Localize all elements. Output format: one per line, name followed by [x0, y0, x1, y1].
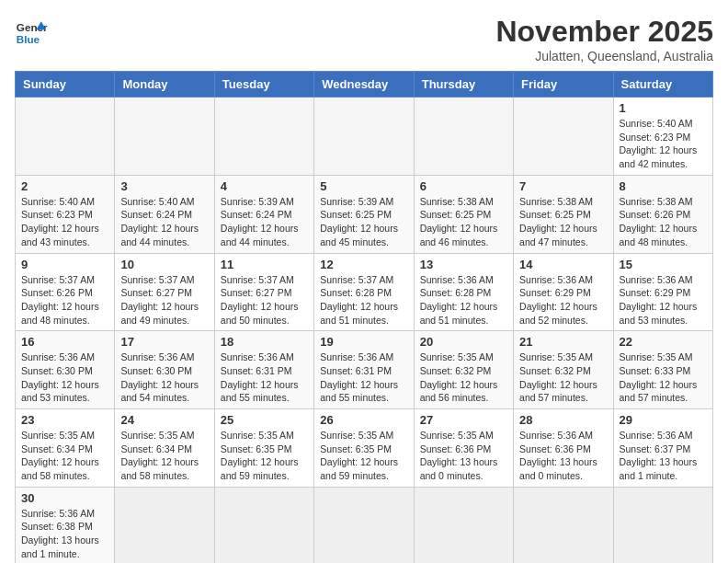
calendar-cell: 3Sunrise: 5:40 AMSunset: 6:24 PMDaylight…	[115, 175, 214, 253]
calendar-cell: 25Sunrise: 5:35 AMSunset: 6:35 PMDayligh…	[214, 409, 313, 488]
day-info: Sunrise: 5:38 AMSunset: 6:25 PMDaylight:…	[420, 195, 507, 249]
calendar-cell: 17Sunrise: 5:36 AMSunset: 6:30 PMDayligh…	[115, 331, 214, 409]
calendar-cell	[613, 487, 712, 563]
day-number: 15	[620, 258, 707, 271]
day-info: Sunrise: 5:38 AMSunset: 6:25 PMDaylight:…	[519, 195, 607, 249]
calendar-cell: 29Sunrise: 5:36 AMSunset: 6:37 PMDayligh…	[613, 409, 712, 488]
day-number: 13	[420, 258, 507, 271]
day-info: Sunrise: 5:35 AMSunset: 6:32 PMDaylight:…	[519, 350, 607, 405]
calendar-cell	[414, 98, 513, 176]
calendar-cell: 1Sunrise: 5:40 AMSunset: 6:23 PMDaylight…	[613, 98, 712, 176]
day-info: Sunrise: 5:36 AMSunset: 6:29 PMDaylight:…	[519, 273, 607, 327]
day-info: Sunrise: 5:35 AMSunset: 6:33 PMDaylight:…	[620, 350, 707, 405]
day-number: 28	[519, 413, 607, 427]
calendar-cell: 5Sunrise: 5:39 AMSunset: 6:25 PMDaylight…	[314, 175, 414, 253]
calendar-cell: 11Sunrise: 5:37 AMSunset: 6:27 PMDayligh…	[214, 253, 313, 331]
weekday-header-monday: Monday	[115, 72, 214, 98]
day-number: 5	[320, 179, 407, 193]
day-number: 18	[221, 335, 308, 349]
weekday-header-tuesday: Tuesday	[214, 72, 313, 98]
day-info: Sunrise: 5:35 AMSunset: 6:36 PMDaylight:…	[420, 429, 507, 483]
calendar-cell	[514, 487, 613, 563]
day-info: Sunrise: 5:37 AMSunset: 6:26 PMDaylight:…	[21, 273, 108, 327]
weekday-header-saturday: Saturday	[613, 72, 712, 98]
day-number: 14	[519, 258, 607, 271]
calendar-cell: 23Sunrise: 5:35 AMSunset: 6:34 PMDayligh…	[16, 409, 115, 488]
day-number: 20	[420, 335, 507, 349]
calendar-cell: 12Sunrise: 5:37 AMSunset: 6:28 PMDayligh…	[314, 253, 414, 331]
logo: General Blue	[15, 15, 48, 48]
calendar-cell: 21Sunrise: 5:35 AMSunset: 6:32 PMDayligh…	[514, 331, 613, 409]
day-number: 8	[620, 179, 707, 193]
day-number: 21	[519, 335, 607, 349]
calendar-cell	[115, 98, 214, 176]
calendar-cell	[414, 487, 513, 563]
calendar-cell: 24Sunrise: 5:35 AMSunset: 6:34 PMDayligh…	[115, 409, 214, 488]
calendar-cell: 15Sunrise: 5:36 AMSunset: 6:29 PMDayligh…	[613, 253, 712, 331]
calendar-cell: 4Sunrise: 5:39 AMSunset: 6:24 PMDaylight…	[214, 175, 313, 253]
logo-icon: General Blue	[15, 15, 48, 48]
calendar-week-3: 9Sunrise: 5:37 AMSunset: 6:26 PMDaylight…	[16, 253, 713, 331]
day-info: Sunrise: 5:35 AMSunset: 6:35 PMDaylight:…	[221, 429, 308, 483]
day-number: 26	[320, 413, 407, 427]
day-info: Sunrise: 5:36 AMSunset: 6:38 PMDaylight:…	[21, 507, 108, 561]
calendar-week-4: 16Sunrise: 5:36 AMSunset: 6:30 PMDayligh…	[16, 331, 713, 409]
day-info: Sunrise: 5:39 AMSunset: 6:24 PMDaylight:…	[221, 195, 308, 249]
day-number: 23	[21, 413, 108, 427]
day-number: 29	[620, 413, 707, 427]
calendar-cell: 7Sunrise: 5:38 AMSunset: 6:25 PMDaylight…	[514, 175, 613, 253]
day-number: 25	[221, 413, 308, 427]
calendar-cell: 9Sunrise: 5:37 AMSunset: 6:26 PMDaylight…	[16, 253, 115, 331]
day-info: Sunrise: 5:40 AMSunset: 6:24 PMDaylight:…	[120, 195, 208, 249]
day-number: 1	[620, 101, 707, 115]
calendar-cell: 16Sunrise: 5:36 AMSunset: 6:30 PMDayligh…	[16, 331, 115, 409]
day-number: 9	[21, 258, 108, 271]
weekday-header-thursday: Thursday	[414, 72, 513, 98]
calendar-cell	[16, 98, 115, 176]
calendar-cell: 18Sunrise: 5:36 AMSunset: 6:31 PMDayligh…	[214, 331, 313, 409]
day-info: Sunrise: 5:36 AMSunset: 6:31 PMDaylight:…	[221, 350, 308, 405]
calendar-cell: 26Sunrise: 5:35 AMSunset: 6:35 PMDayligh…	[314, 409, 414, 488]
weekday-header-friday: Friday	[514, 72, 613, 98]
day-info: Sunrise: 5:38 AMSunset: 6:26 PMDaylight:…	[620, 195, 707, 249]
calendar-cell: 13Sunrise: 5:36 AMSunset: 6:28 PMDayligh…	[414, 253, 513, 331]
calendar-cell	[214, 487, 313, 563]
calendar-cell: 2Sunrise: 5:40 AMSunset: 6:23 PMDaylight…	[16, 175, 115, 253]
day-info: Sunrise: 5:36 AMSunset: 6:37 PMDaylight:…	[620, 429, 707, 483]
calendar-week-6: 30Sunrise: 5:36 AMSunset: 6:38 PMDayligh…	[16, 487, 713, 563]
header: General Blue November 2025 Julatten, Que…	[15, 15, 713, 63]
day-number: 17	[120, 335, 208, 349]
calendar-cell: 19Sunrise: 5:36 AMSunset: 6:31 PMDayligh…	[314, 331, 414, 409]
calendar-cell: 20Sunrise: 5:35 AMSunset: 6:32 PMDayligh…	[414, 331, 513, 409]
calendar-cell: 6Sunrise: 5:38 AMSunset: 6:25 PMDaylight…	[414, 175, 513, 253]
day-number: 16	[21, 335, 108, 349]
location-subtitle: Julatten, Queensland, Australia	[495, 49, 713, 63]
day-number: 3	[120, 179, 208, 193]
day-info: Sunrise: 5:35 AMSunset: 6:34 PMDaylight:…	[21, 429, 108, 483]
calendar-cell	[115, 487, 214, 563]
day-number: 27	[420, 413, 507, 427]
day-info: Sunrise: 5:37 AMSunset: 6:27 PMDaylight:…	[120, 273, 208, 327]
calendar-cell: 22Sunrise: 5:35 AMSunset: 6:33 PMDayligh…	[613, 331, 712, 409]
day-number: 24	[120, 413, 208, 427]
calendar-cell: 30Sunrise: 5:36 AMSunset: 6:38 PMDayligh…	[16, 487, 115, 563]
day-info: Sunrise: 5:37 AMSunset: 6:28 PMDaylight:…	[320, 273, 407, 327]
day-info: Sunrise: 5:35 AMSunset: 6:35 PMDaylight:…	[320, 429, 407, 483]
day-number: 2	[21, 179, 108, 193]
day-info: Sunrise: 5:37 AMSunset: 6:27 PMDaylight:…	[221, 273, 308, 327]
day-info: Sunrise: 5:36 AMSunset: 6:29 PMDaylight:…	[620, 273, 707, 327]
calendar-week-5: 23Sunrise: 5:35 AMSunset: 6:34 PMDayligh…	[16, 409, 713, 488]
calendar-cell: 27Sunrise: 5:35 AMSunset: 6:36 PMDayligh…	[414, 409, 513, 488]
day-info: Sunrise: 5:36 AMSunset: 6:36 PMDaylight:…	[519, 429, 607, 483]
calendar-cell	[514, 98, 613, 176]
day-number: 6	[420, 179, 507, 193]
weekday-header-sunday: Sunday	[16, 72, 115, 98]
calendar-cell	[314, 98, 414, 176]
calendar-cell	[314, 487, 414, 563]
weekday-header-wednesday: Wednesday	[314, 72, 414, 98]
day-info: Sunrise: 5:35 AMSunset: 6:32 PMDaylight:…	[420, 350, 507, 405]
day-info: Sunrise: 5:36 AMSunset: 6:30 PMDaylight:…	[21, 350, 108, 405]
calendar-cell	[214, 98, 313, 176]
day-number: 7	[519, 179, 607, 193]
day-info: Sunrise: 5:35 AMSunset: 6:34 PMDaylight:…	[120, 429, 208, 483]
